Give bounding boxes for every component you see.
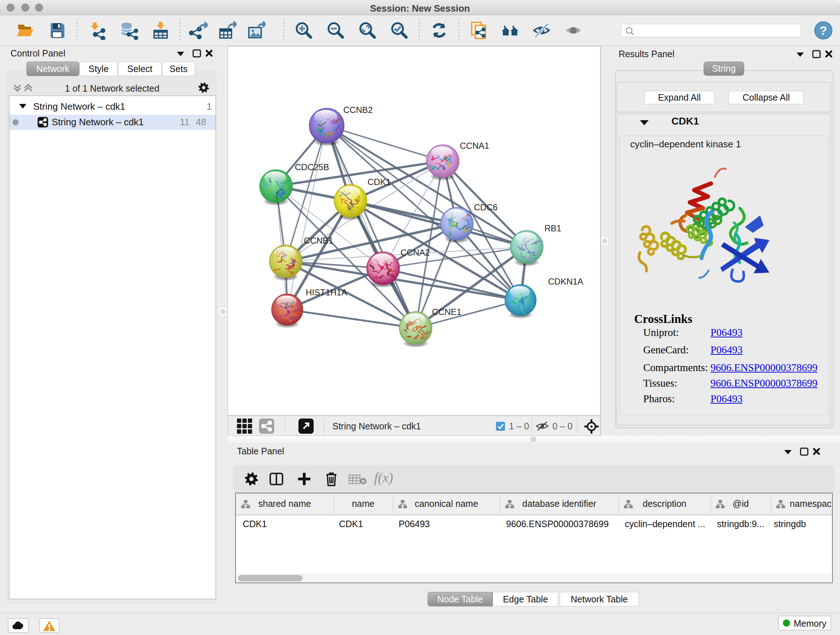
svg-text:CDKN1A: CDKN1A — [548, 277, 583, 287]
svg-text:RB1: RB1 — [545, 223, 561, 233]
svg-text:CCNE1: CCNE1 — [432, 307, 461, 317]
svg-text:HIST1H1A: HIST1H1A — [306, 287, 347, 297]
svg-text:CDC25B: CDC25B — [295, 162, 329, 172]
svg-text:CDK1: CDK1 — [368, 177, 391, 187]
svg-text:CCNA2: CCNA2 — [401, 248, 430, 257]
svg-text:CCNB1: CCNB1 — [304, 236, 333, 245]
svg-text:CCNA1: CCNA1 — [460, 141, 489, 150]
svg-text:CCNB2: CCNB2 — [343, 105, 373, 115]
svg-text:CDC6: CDC6 — [474, 203, 497, 212]
